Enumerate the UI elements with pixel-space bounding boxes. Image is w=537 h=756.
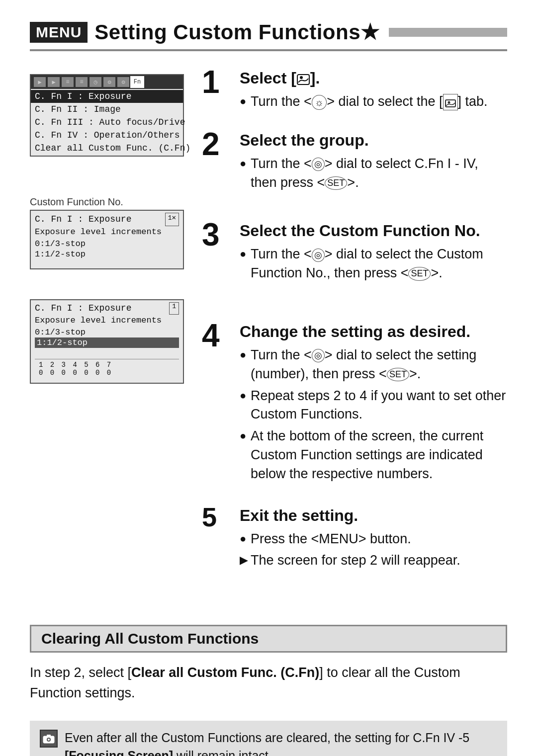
step-5-number: 5 — [202, 504, 232, 530]
clearing-body: In step 2, select [Clear all Custom Func… — [30, 663, 507, 703]
camera-tab-icon — [443, 94, 458, 110]
tab-icon-5: ◷ — [90, 77, 101, 87]
step-1-content: Select []. ● Turn the <☼> dial to select… — [240, 69, 507, 114]
screen3-fn-badge: 1 — [169, 302, 179, 315]
screen-2: C. Fn I : Exposure 1✕ Exposure level inc… — [30, 210, 184, 269]
arrow-icon: ▶ — [240, 553, 251, 568]
step-5-content: Exit the setting. ● Press the <MENU> but… — [240, 506, 507, 574]
fn-number-badge: 1✕ — [165, 213, 179, 226]
set-icon-2: SET — [408, 267, 431, 280]
screen3-inner: C. Fn I : Exposure 1 Exposure level incr… — [31, 300, 183, 381]
bottom-values: 0 0 0 0 0 0 0 — [39, 369, 175, 377]
screen3-title-row: C. Fn I : Exposure 1 — [35, 302, 179, 315]
screen2-desc: Exposure level increments — [35, 227, 179, 237]
step-5: 5 Exit the setting. ● Press the <MENU> b… — [202, 506, 507, 574]
step-3-bullet-text: Turn the <◎> dial to select the Custom F… — [251, 245, 507, 283]
screen3-option-1: 1:1/2-stop — [35, 337, 179, 348]
step-1-bullet-text: Turn the <☼> dial to select the [] tab. — [251, 92, 488, 111]
screen-menu-items: C. Fn I : Exposure C. Fn II : Image C. F… — [31, 89, 183, 156]
bullet-dot: ● — [240, 531, 251, 547]
svg-point-7 — [48, 739, 50, 741]
note-icon — [40, 730, 58, 748]
main-dial-icon: ☼ — [312, 95, 327, 110]
right-column: 1 Select []. ● Turn the <☼> dial to sele… — [184, 69, 507, 585]
step-4-bullet-0: ● Turn the <◎> dial to select the settin… — [240, 346, 507, 384]
svg-point-1 — [300, 76, 303, 79]
step-5-bullet-0-text: Press the <MENU> button. — [251, 530, 411, 549]
menu-item-4: Clear all Custom Func. (C.Fn) — [31, 142, 183, 155]
quick-dial-icon-2: ◎ — [312, 249, 325, 262]
step-4-bullet-2-text: At the bottom of the screen, the current… — [251, 427, 507, 483]
step-5-bullet-1: ▶ The screen for step 2 will reappear. — [240, 551, 507, 570]
screen2-inner: C. Fn I : Exposure 1✕ Exposure level inc… — [31, 211, 183, 261]
steps-section: ▶ ▶ ≡ ≡ ◷ ⚙ ⚙ Fn C. Fn I : Exposure C. F… — [30, 69, 507, 585]
screen3-title: C. Fn I : Exposure — [35, 303, 131, 313]
header-bar — [389, 28, 508, 37]
step-2-content: Select the group. ● Turn the <◎> dial to… — [240, 131, 507, 195]
step-4-content: Change the setting as desired. ● Turn th… — [240, 323, 507, 487]
note-text: Even after all the Custom Functions are … — [65, 729, 497, 756]
step-1-bullet-0: ● Turn the <☼> dial to select the [] tab… — [240, 92, 507, 111]
screen3-bottom-bar: 1 2 3 4 5 6 7 0 0 0 0 0 0 0 — [35, 359, 179, 379]
note-box: Even after all the Custom Functions are … — [30, 721, 507, 756]
tab-icon-8-active: Fn — [131, 77, 143, 87]
screen3-desc: Exposure level increments — [35, 316, 179, 325]
step-5-title: Exit the setting. — [240, 506, 507, 525]
step-3-bullets: ● Turn the <◎> dial to select the Custom… — [240, 245, 507, 283]
step-3-number: 3 — [202, 219, 232, 251]
step-2-bullet-text: Turn the <◎> dial to select C.Fn I - IV,… — [251, 155, 507, 192]
bottom-numbers: 1 2 3 4 5 6 7 — [39, 361, 175, 369]
page-header: MENU Setting Custom Functions★ — [30, 20, 507, 51]
step-4-bullet-0-text: Turn the <◎> dial to select the setting … — [251, 346, 507, 384]
quick-dial-icon: ◎ — [312, 158, 325, 171]
note-bold: [Focusing Screen] — [65, 749, 173, 756]
screen2-title: C. Fn I : Exposure — [35, 214, 131, 224]
clearing-bold: Clear all Custom Func. (C.Fn) — [131, 665, 319, 680]
screen-3: C. Fn I : Exposure 1 Exposure level incr… — [30, 299, 184, 384]
screen3-option-0: 0:1/3-stop — [35, 327, 179, 337]
step-4: 4 Change the setting as desired. ● Turn … — [202, 323, 507, 487]
tab-icon-3: ≡ — [62, 77, 74, 87]
svg-rect-2 — [446, 100, 455, 107]
step-5-bullet-0: ● Press the <MENU> button. — [240, 530, 507, 549]
step-2-number: 2 — [202, 128, 232, 160]
menu-item-1: C. Fn II : Image — [31, 103, 183, 116]
set-icon-3: SET — [387, 368, 409, 381]
screen2-option-0: 0:1/3-stop — [35, 239, 179, 249]
screen-tabs: ▶ ▶ ≡ ≡ ◷ ⚙ ⚙ Fn — [31, 75, 183, 89]
content-area: ▶ ▶ ≡ ≡ ◷ ⚙ ⚙ Fn C. Fn I : Exposure C. F… — [30, 69, 507, 756]
left-column: ▶ ▶ ≡ ≡ ◷ ⚙ ⚙ Fn C. Fn I : Exposure C. F… — [30, 69, 184, 585]
menu-badge: MENU — [30, 22, 88, 43]
bullet-dot: ● — [240, 347, 251, 363]
step-2: 2 Select the group. ● Turn the <◎> dial … — [202, 131, 507, 195]
svg-rect-5 — [47, 735, 51, 737]
step-4-bullet-1-text: Repeat steps 2 to 4 if you want to set o… — [251, 387, 507, 424]
step-2-title: Select the group. — [240, 131, 507, 150]
tab-icon-4: ≡ — [76, 77, 88, 87]
menu-item-3: C. Fn IV : Operation/Others — [31, 129, 183, 142]
step-4-bullet-1: ● Repeat steps 2 to 4 if you want to set… — [240, 387, 507, 424]
step-4-title: Change the setting as desired. — [240, 323, 507, 341]
quick-dial-icon-3: ◎ — [312, 349, 325, 362]
menu-item-0: C. Fn I : Exposure — [31, 90, 183, 103]
spacer — [35, 348, 179, 356]
tab-icon-7: ⚙ — [117, 77, 129, 87]
bullet-dot: ● — [240, 156, 251, 171]
step-1-title: Select []. — [240, 69, 507, 87]
fn-star: ✕ — [172, 214, 176, 222]
screen3-wrapper: C. Fn I : Exposure 1 Exposure level incr… — [30, 299, 184, 384]
step-3-title: Select the Custom Function No. — [240, 222, 507, 240]
clearing-section-title: Clearing All Custom Functions — [30, 625, 507, 653]
clearing-section-wrapper: Clearing All Custom Functions In step 2,… — [30, 605, 507, 703]
step-4-bullet-2: ● At the bottom of the screen, the curre… — [240, 427, 507, 483]
bullet-dot: ● — [240, 428, 251, 444]
bullet-dot: ● — [240, 388, 251, 404]
step-5-bullets: ● Press the <MENU> button. ▶ The screen … — [240, 530, 507, 571]
step-1-bullets: ● Turn the <☼> dial to select the [] tab… — [240, 92, 507, 111]
step-4-number: 4 — [202, 320, 232, 351]
step-5-bullet-1-text: The screen for step 2 will reappear. — [251, 551, 460, 570]
svg-point-3 — [448, 101, 450, 103]
step-2-bullets: ● Turn the <◎> dial to select C.Fn I - I… — [240, 155, 507, 192]
step-1-number: 1 — [202, 66, 232, 98]
bullet-dot: ● — [240, 94, 251, 109]
